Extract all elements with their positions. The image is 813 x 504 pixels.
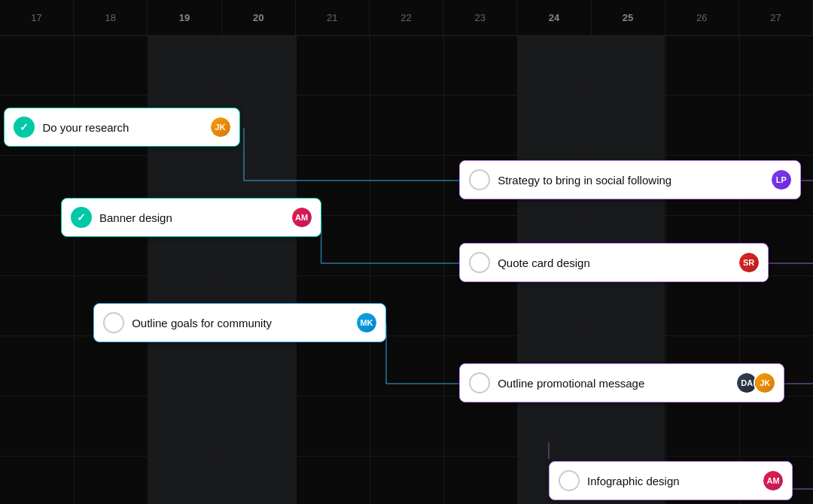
status-done-icon (14, 117, 35, 138)
date-21: 21 (296, 0, 370, 35)
task-quote-card-design[interactable]: Quote card design SR (459, 243, 768, 282)
date-header: 17 18 19 20 21 22 23 24 25 26 27 (0, 0, 813, 36)
date-18: 18 (74, 0, 148, 35)
date-20: 20 (222, 0, 296, 35)
row-line-2 (0, 155, 813, 156)
avatar: SR (738, 251, 760, 274)
task-outline-promotional[interactable]: Outline promotional message DA JK (459, 363, 784, 402)
task-label: Infographic design (587, 475, 754, 487)
status-circle-icon (469, 169, 490, 190)
task-label: Outline goals for community (132, 317, 348, 329)
status-done-icon (71, 207, 92, 228)
status-circle-icon (469, 372, 490, 393)
avatar-group: AM (762, 469, 784, 492)
grid-line-18 (148, 36, 148, 504)
date-26: 26 (665, 0, 739, 35)
avatar-group: DA JK (735, 372, 776, 394)
grid-line-21 (370, 36, 370, 504)
task-label: Outline promotional message (498, 377, 728, 390)
grid-line-17 (74, 36, 75, 504)
avatar: AM (762, 469, 784, 492)
date-25: 25 (592, 0, 665, 35)
date-24: 24 (517, 0, 591, 35)
avatar-group: AM (291, 206, 313, 229)
date-27: 27 (739, 0, 813, 35)
avatar-group: JK (209, 116, 232, 138)
task-strategy-social[interactable]: Strategy to bring in social following LP (459, 160, 801, 199)
date-17: 17 (0, 0, 74, 35)
task-label: Do your research (42, 121, 201, 134)
avatar: MK (355, 311, 378, 334)
avatar: JK (209, 116, 232, 138)
avatar: JK (754, 372, 776, 394)
row-line-7 (0, 456, 813, 457)
grid-line-19 (222, 36, 223, 504)
status-circle-icon (103, 312, 124, 333)
gantt-body: Do your research JK Banner design AM Str… (0, 36, 813, 504)
gantt-container: 17 18 19 20 21 22 23 24 25 26 27 (0, 0, 813, 504)
task-do-your-research[interactable]: Do your research JK (4, 108, 239, 147)
avatar: LP (770, 169, 793, 191)
date-23: 23 (443, 0, 517, 35)
task-outline-goals[interactable]: Outline goals for community MK (93, 303, 386, 342)
avatar-group: MK (355, 311, 378, 334)
task-label: Strategy to bring in social following (498, 174, 763, 187)
avatar: AM (291, 206, 313, 229)
date-19: 19 (148, 0, 221, 35)
task-infographic-design[interactable]: Infographic design AM (549, 461, 793, 500)
avatar-group: LP (770, 169, 793, 191)
status-circle-icon (469, 252, 490, 273)
grid-line-20 (296, 36, 297, 504)
grid-line-22 (443, 36, 444, 504)
task-label: Banner design (99, 211, 283, 224)
date-22: 22 (370, 0, 443, 35)
row-line-1 (0, 95, 813, 96)
avatar-group: SR (738, 251, 760, 274)
task-banner-design[interactable]: Banner design AM (61, 198, 321, 237)
task-label: Quote card design (498, 257, 729, 269)
status-circle-icon (559, 470, 580, 491)
